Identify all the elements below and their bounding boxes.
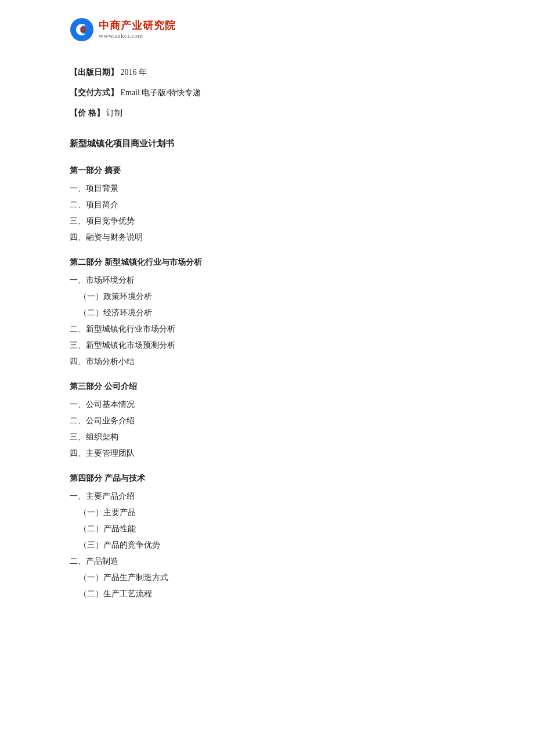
price-value: 订制 (106, 109, 122, 117)
delivery-label: 【交付方式】 (70, 88, 118, 97)
publish-date-row: 【出版日期】 2016 年 (70, 65, 464, 80)
toc-item-1-3: 二、新型城镇化行业市场分析 (70, 321, 464, 337)
svg-point-0 (70, 18, 93, 41)
toc-item-3-0: 一、主要产品介绍 (70, 488, 464, 505)
logo-main-text: 中商产业研究院 (99, 20, 176, 33)
toc-item-0-0: 一、项目背景 (70, 181, 464, 197)
delivery-row: 【交付方式】 Email 电子版/特快专递 (70, 85, 464, 100)
toc-item-0-1: 二、项目简介 (70, 197, 464, 213)
toc-section-header-1: 第二部分 新型城镇化行业与市场分析 (70, 257, 464, 268)
publish-date-value: 2016 年 (121, 68, 147, 77)
page-container: 中商产业研究院 www.askci.com 【出版日期】 2016 年 【交付方… (0, 0, 534, 756)
toc-section-header-3: 第四部分 产品与技术 (70, 473, 464, 484)
toc-item-2-2: 三、组织架构 (70, 429, 464, 445)
meta-section: 【出版日期】 2016 年 【交付方式】 Email 电子版/特快专递 【价 格… (70, 65, 464, 121)
toc-section-header-2: 第三部分 公司介绍 (70, 381, 464, 392)
svg-rect-2 (81, 30, 85, 32)
doc-title: 新型城镇化项目商业计划书 (70, 138, 464, 149)
svg-rect-1 (81, 27, 85, 29)
toc-item-3-2: （二）产品性能 (70, 521, 464, 537)
toc-item-3-1: （一）主要产品 (70, 505, 464, 521)
toc-item-3-5: （一）产品生产制造方式 (70, 570, 464, 586)
toc-item-1-5: 四、市场分析小结 (70, 354, 464, 370)
toc-item-2-0: 一、公司基本情况 (70, 397, 464, 413)
publish-date-label: 【出版日期】 (70, 68, 118, 77)
price-label: 【价 格】 (70, 109, 104, 117)
company-logo-icon (70, 17, 94, 42)
toc-section-header-0: 第一部分 摘要 (70, 165, 464, 176)
toc-container: 第一部分 摘要一、项目背景二、项目简介三、项目竞争优势四、融资与财务说明第二部分… (70, 165, 464, 602)
price-row: 【价 格】 订制 (70, 106, 464, 120)
toc-item-3-3: （三）产品的竞争优势 (70, 537, 464, 553)
toc-item-1-4: 三、新型城镇化市场预测分析 (70, 337, 464, 354)
logo-area: 中商产业研究院 www.askci.com (70, 17, 464, 42)
toc-item-3-4: 二、产品制造 (70, 553, 464, 570)
delivery-value: Email 电子版/特快专递 (121, 88, 201, 97)
toc-item-2-3: 四、主要管理团队 (70, 445, 464, 462)
toc-item-0-3: 四、融资与财务说明 (70, 229, 464, 246)
toc-item-1-0: 一、市场环境分析 (70, 272, 464, 289)
toc-item-1-2: （二）经济环境分析 (70, 305, 464, 321)
toc-item-0-2: 三、项目竞争优势 (70, 213, 464, 229)
toc-item-3-6: （二）生产工艺流程 (70, 586, 464, 602)
logo-sub-text: www.askci.com (99, 32, 176, 39)
toc-item-1-1: （一）政策环境分析 (70, 289, 464, 305)
logo-text-area: 中商产业研究院 www.askci.com (99, 20, 176, 40)
toc-item-2-1: 二、公司业务介绍 (70, 413, 464, 429)
